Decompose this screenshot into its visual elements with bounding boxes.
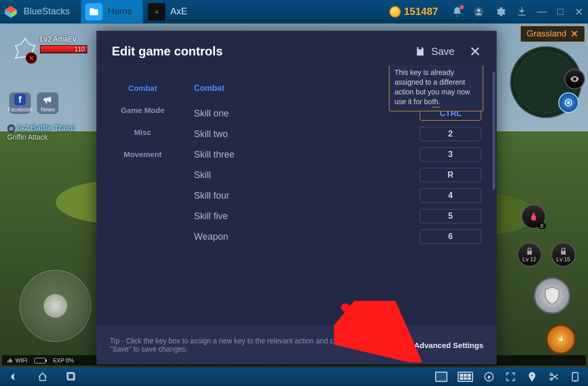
home-button[interactable] xyxy=(37,371,48,382)
bluestacks-logo xyxy=(0,0,22,24)
tab-home[interactable]: Home xyxy=(81,0,143,24)
facebook-icon: f xyxy=(14,94,26,105)
wifi-label: WIFI xyxy=(15,357,27,363)
sidebar-item-movement[interactable]: Movement xyxy=(96,150,189,159)
keybind-input[interactable]: 3 xyxy=(420,147,481,162)
modal-title: Edit game controls xyxy=(112,44,223,59)
player-close-icon[interactable]: ✕ xyxy=(26,52,37,64)
player-level-name: Lv2 AmaEv xyxy=(40,35,76,43)
titlebar-icon-group xyxy=(452,6,527,17)
sidebar-item-combat[interactable]: Combat xyxy=(96,84,189,92)
lock12-label: Lv 12 xyxy=(523,256,537,262)
modal-close-button[interactable] xyxy=(469,45,481,57)
svg-point-7 xyxy=(531,374,534,377)
android-navbar xyxy=(0,368,588,386)
home-icon xyxy=(85,3,103,21)
quest-tracker[interactable]: ◎0-2 Battle Traini Griffin Attack xyxy=(7,123,75,141)
save-icon xyxy=(415,46,426,57)
potion-count: 8 xyxy=(538,223,546,229)
zone-close-icon[interactable]: ✕ xyxy=(571,28,578,40)
wifi-indicator: WIFI xyxy=(6,357,27,363)
keybind-input[interactable]: 6 xyxy=(420,229,481,244)
recents-button[interactable] xyxy=(66,371,77,382)
keybind-label: Skill four xyxy=(194,190,229,201)
news-label: News xyxy=(41,106,55,112)
compass-icon[interactable] xyxy=(483,371,495,382)
keybind-input[interactable]: 2 xyxy=(420,127,481,141)
modal-scrollbar[interactable] xyxy=(493,72,495,190)
svg-point-3 xyxy=(567,101,570,104)
fullscreen-icon[interactable] xyxy=(505,371,516,382)
modal-content: This key is already assigned to a differ… xyxy=(189,66,497,325)
gear-icon[interactable] xyxy=(495,6,506,17)
fire-skill-button[interactable] xyxy=(546,324,576,354)
minimize-button[interactable]: ― xyxy=(533,0,551,24)
svg-point-9 xyxy=(550,378,552,380)
app-name: BlueStacks xyxy=(24,6,70,17)
attack-button[interactable] xyxy=(534,277,571,314)
save-label: Save xyxy=(431,46,455,57)
coin-icon xyxy=(389,6,401,17)
news-button[interactable]: News xyxy=(37,92,58,114)
tab-home-label: Home xyxy=(108,6,132,17)
close-window-button[interactable]: ✕ xyxy=(570,0,588,24)
modal-header: Edit game controls Save xyxy=(96,31,497,66)
toggle-box-icon[interactable] xyxy=(435,372,447,382)
keybind-input[interactable]: 5 xyxy=(420,209,481,223)
sidebar-item-gamemode[interactable]: Game Mode xyxy=(96,106,189,114)
edit-controls-modal: Edit game controls Save Combat Game Mode… xyxy=(96,31,497,364)
footer-tip: Tip - Click the key box to assign a new … xyxy=(110,337,346,353)
quest-title: 0-2 Battle Traini xyxy=(17,123,75,132)
keybind-label: Skill two xyxy=(194,129,228,140)
sidebar-item-misc[interactable]: Misc xyxy=(96,128,189,137)
keyboard-icon[interactable] xyxy=(458,372,473,382)
keybind-row: Skill five5 xyxy=(194,206,481,226)
virtual-joystick[interactable] xyxy=(19,270,91,342)
advanced-settings-button[interactable]: Advanced Settings xyxy=(400,340,483,350)
megaphone-icon xyxy=(42,94,53,105)
locked-skill-lv12[interactable]: Lv 12 xyxy=(517,242,542,267)
keybind-label: Weapon xyxy=(194,231,228,242)
keybind-label: Skill one xyxy=(194,108,229,119)
notification-dot xyxy=(460,5,464,9)
keybind-label: Skill three xyxy=(194,149,234,160)
tab-game[interactable]: ⚔ AxE xyxy=(144,0,198,24)
lock15-label: Lv 15 xyxy=(557,256,571,262)
facebook-button[interactable]: f Facebook xyxy=(9,92,31,114)
zone-name: Grassland xyxy=(527,29,566,39)
keybind-row: SkillR xyxy=(194,165,481,185)
keybind-row: Skill three3 xyxy=(194,144,481,165)
camera-eye-button[interactable] xyxy=(564,69,585,89)
save-button[interactable]: Save xyxy=(415,46,455,57)
keybind-input[interactable]: R xyxy=(420,168,481,182)
rotate-icon[interactable] xyxy=(570,371,581,382)
battery-icon xyxy=(34,358,46,363)
keybind-label: Skill xyxy=(194,170,211,181)
bell-icon[interactable] xyxy=(452,6,463,17)
user-icon[interactable] xyxy=(473,6,484,17)
gear-plus-icon xyxy=(400,340,409,350)
download-icon[interactable] xyxy=(516,6,527,17)
facebook-label: Facebook xyxy=(8,106,32,112)
keybind-row: Skill two2 xyxy=(194,124,481,144)
modal-sidebar: Combat Game Mode Misc Movement xyxy=(96,66,189,325)
scissors-icon[interactable] xyxy=(548,371,559,382)
keybind-row: Weapon6 xyxy=(194,226,481,247)
coin-balance[interactable]: 151487 xyxy=(389,6,438,17)
svg-rect-10 xyxy=(573,373,578,381)
titlebar: BlueStacks Home ⚔ AxE 151487 ― □ ✕ xyxy=(0,0,588,24)
zone-banner[interactable]: Grassland ✕ xyxy=(520,26,585,42)
close-icon xyxy=(469,45,481,57)
potion-button[interactable]: 8 xyxy=(521,204,546,229)
hp-value: 110 xyxy=(74,46,85,53)
back-button[interactable] xyxy=(8,371,19,382)
quest-bullet-icon: ◎ xyxy=(7,124,15,132)
keybind-input[interactable]: 4 xyxy=(420,188,481,203)
key-conflict-tooltip: This key is already assigned to a differ… xyxy=(389,66,483,111)
locked-skill-lv15[interactable]: Lv 15 xyxy=(551,242,576,267)
location-icon[interactable] xyxy=(526,371,538,382)
maximize-button[interactable]: □ xyxy=(551,0,570,24)
tab-game-label: AxE xyxy=(170,6,187,17)
svg-point-1 xyxy=(477,9,480,12)
portal-button[interactable] xyxy=(558,92,579,113)
